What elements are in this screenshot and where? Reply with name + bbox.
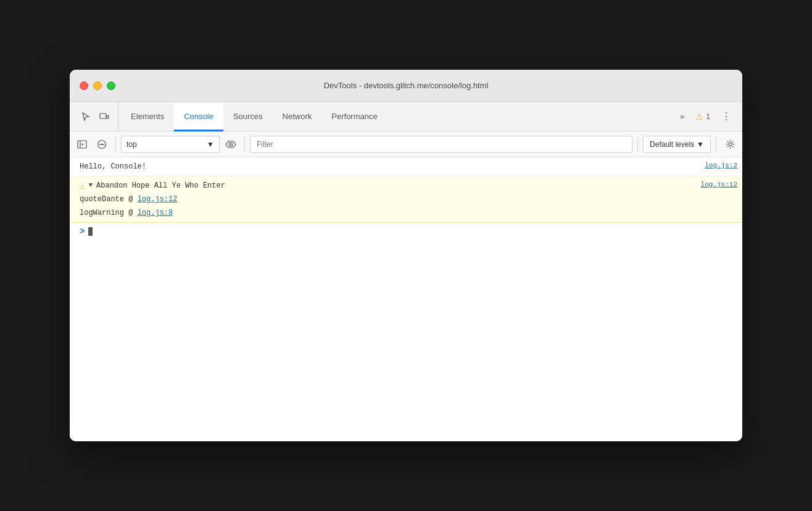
warning-triangle-icon: ⚠ xyxy=(80,181,85,191)
tabs: Elements Console Sources Network Perform… xyxy=(121,102,671,131)
tab-sources[interactable]: Sources xyxy=(223,102,273,131)
prompt-cursor xyxy=(88,227,93,236)
stack-text-2: logWarning @ log.js:8 xyxy=(80,207,173,218)
toolbar-separator-2 xyxy=(244,137,245,152)
filter-input[interactable] xyxy=(250,136,632,153)
maximize-button[interactable] xyxy=(107,81,115,90)
tabbar-right: » ⚠ 1 ⋮ xyxy=(671,102,740,131)
warning-icon: ⚠ xyxy=(695,112,703,122)
context-selector[interactable]: top ▼ xyxy=(121,136,220,153)
console-output: Hello, Console! log.js:2 ⚠ ▼ Abandon Hop… xyxy=(70,157,742,441)
settings-button[interactable] xyxy=(721,136,739,153)
stack-row-2: logWarning @ log.js:8 xyxy=(70,206,742,223)
device-icon-button[interactable] xyxy=(96,108,113,125)
minimize-button[interactable] xyxy=(93,81,102,90)
window-title: DevTools - devtools.glitch.me/console/lo… xyxy=(324,81,489,90)
show-sidebar-button[interactable] xyxy=(73,136,91,153)
menu-button[interactable]: ⋮ xyxy=(718,108,735,125)
stack-link-1[interactable]: log.js:12 xyxy=(138,195,178,204)
tabbar: Elements Console Sources Network Perform… xyxy=(70,102,742,131)
stack-row-1: quoteDante @ log.js:12 xyxy=(70,193,742,206)
stack-link-2[interactable]: log.js:8 xyxy=(138,209,173,217)
console-toolbar: top ▼ Default levels ▼ xyxy=(70,131,742,157)
svg-rect-0 xyxy=(100,114,106,118)
more-tabs-button[interactable]: » xyxy=(676,109,688,123)
prompt-arrow-icon: > xyxy=(80,226,85,236)
console-row-log: Hello, Console! log.js:2 xyxy=(70,157,742,177)
warning-main-row: ⚠ ▼ Abandon Hope All Ye Who Enter log.js… xyxy=(70,177,742,193)
clear-console-button[interactable] xyxy=(93,136,110,153)
expand-toggle[interactable]: ▼ xyxy=(88,181,93,189)
log-levels-button[interactable]: Default levels ▼ xyxy=(643,136,711,153)
tabbar-left-icons xyxy=(72,102,118,131)
stack-text-1: quoteDante @ log.js:12 xyxy=(80,194,177,205)
warning-row-left: ⚠ ▼ Abandon Hope All Ye Who Enter xyxy=(80,180,701,191)
toolbar-separator-3 xyxy=(637,137,638,152)
tab-elements[interactable]: Elements xyxy=(121,102,174,131)
log-text: Hello, Console! xyxy=(80,161,146,172)
devtools-window: DevTools - devtools.glitch.me/console/lo… xyxy=(70,70,742,441)
toolbar-separator-4 xyxy=(716,137,716,152)
svg-point-9 xyxy=(729,143,732,146)
log-source[interactable]: log.js:2 xyxy=(705,161,737,169)
tab-network[interactable]: Network xyxy=(273,102,322,131)
stack-row-2-left: logWarning @ log.js:8 xyxy=(80,207,737,218)
cursor-icon-button[interactable] xyxy=(77,108,94,125)
warning-badge[interactable]: ⚠ 1 xyxy=(690,110,715,123)
traffic-lights xyxy=(80,81,115,90)
stack-row-1-left: quoteDante @ log.js:12 xyxy=(80,194,737,205)
tab-console[interactable]: Console xyxy=(174,102,223,131)
console-row-warning: ⚠ ▼ Abandon Hope All Ye Who Enter log.js… xyxy=(70,177,742,223)
svg-rect-1 xyxy=(107,115,109,118)
toolbar-separator-1 xyxy=(115,137,116,152)
close-button[interactable] xyxy=(80,81,88,90)
titlebar: DevTools - devtools.glitch.me/console/lo… xyxy=(70,70,742,102)
console-prompt: > xyxy=(70,223,742,240)
console-row-log-left: Hello, Console! xyxy=(80,161,705,172)
svg-marker-4 xyxy=(82,143,84,146)
live-expressions-button[interactable] xyxy=(222,136,239,153)
svg-point-8 xyxy=(230,143,231,144)
warning-source[interactable]: log.js:12 xyxy=(701,180,737,188)
tab-performance[interactable]: Performance xyxy=(321,102,387,131)
warning-text: Abandon Hope All Ye Who Enter xyxy=(96,180,225,191)
